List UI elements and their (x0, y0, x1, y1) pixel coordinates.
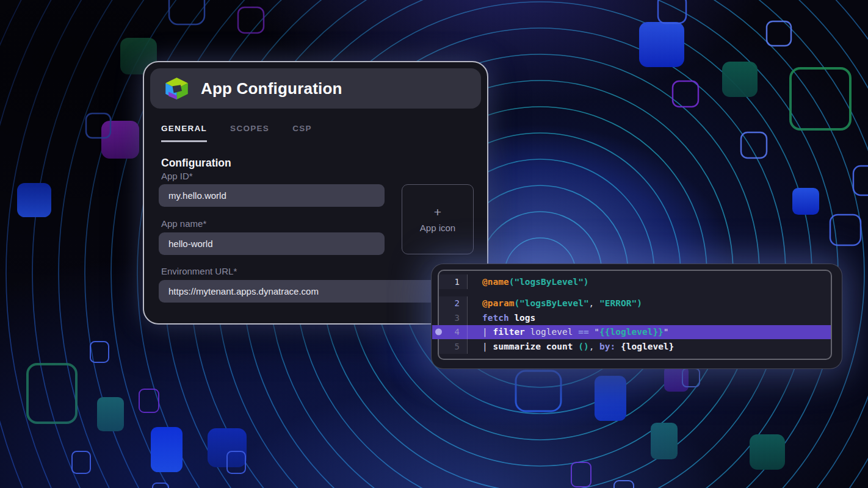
environment-url-input[interactable] (159, 280, 471, 303)
line-number: 3 (439, 310, 468, 325)
code-rows: 1@name("logsByLevel")2@param("logsByLeve… (439, 271, 831, 357)
app-id-label: App ID* (161, 171, 193, 181)
environment-url-label: Environment URL* (161, 266, 237, 276)
deco-outline-square (614, 481, 634, 488)
config-tabs: GENERAL SCOPES CSP (161, 124, 470, 142)
deco-outline-square (153, 483, 168, 488)
line-number: 5 (439, 339, 468, 354)
deco-outline-square (673, 81, 698, 107)
app-cube-icon (163, 75, 190, 102)
hero-background: App Configuration GENERAL SCOPES CSP Con… (0, 0, 868, 488)
app-name-input[interactable] (159, 232, 385, 255)
section-heading: Configuration (161, 157, 470, 170)
app-id-input[interactable] (159, 184, 385, 207)
breakpoint-dot[interactable] (435, 329, 442, 336)
deco-outline-square (238, 7, 264, 33)
deco-filled-square (651, 423, 678, 459)
code-line: 2@param("logsByLevel", "ERROR") (439, 296, 831, 311)
deco-filled-square (97, 397, 124, 431)
deco-filled-square (595, 376, 626, 421)
code-line: 1@name("logsByLevel") (439, 274, 831, 289)
deco-filled-square (792, 188, 819, 215)
code-text: @name("logsByLevel") (468, 277, 589, 287)
deco-outline-square (853, 166, 868, 195)
plus-icon: + (434, 206, 441, 218)
line-number: 2 (439, 296, 468, 311)
deco-outline-square (571, 462, 591, 487)
line-number: 4 (439, 325, 468, 340)
code-line: 4| filter loglevel == "{{loglevel}}" (439, 325, 831, 340)
code-text: @param("logsByLevel", "ERROR") (468, 298, 642, 308)
code-text: | filter loglevel == "{{loglevel}}" (468, 327, 669, 337)
app-icon-upload[interactable]: + App icon (402, 184, 474, 254)
code-text: | summarize count (), by: {loglevel} (468, 342, 674, 351)
deco-outline-square (516, 371, 561, 411)
deco-outline-square (72, 451, 90, 473)
tab-general[interactable]: GENERAL (161, 124, 207, 142)
app-name-label: App name* (161, 218, 206, 229)
code-editor[interactable]: 1@name("logsByLevel")2@param("logsByLeve… (438, 270, 832, 360)
deco-filled-square (639, 22, 684, 67)
config-card-header: App Configuration (150, 68, 481, 109)
deco-outline-square (790, 68, 850, 129)
deco-filled-square (750, 434, 785, 470)
deco-filled-square (151, 427, 183, 472)
page-title: App Configuration (201, 79, 342, 98)
deco-filled-square (722, 62, 758, 97)
deco-filled-square (664, 366, 689, 392)
code-line: 5| summarize count (), by: {loglevel} (439, 339, 831, 354)
deco-filled-square (101, 121, 139, 159)
dql-code-card: 1@name("logsByLevel")2@param("logsByLeve… (431, 264, 842, 369)
deco-outline-square (741, 132, 767, 158)
app-icon-upload-label: App icon (420, 223, 455, 233)
deco-filled-square (17, 183, 51, 217)
tab-scopes[interactable]: SCOPES (230, 124, 269, 142)
line-number: 1 (439, 274, 468, 289)
code-line: 3fetch logs (439, 310, 831, 325)
tab-csp[interactable]: CSP (292, 124, 312, 142)
code-text: fetch logs (468, 313, 535, 323)
